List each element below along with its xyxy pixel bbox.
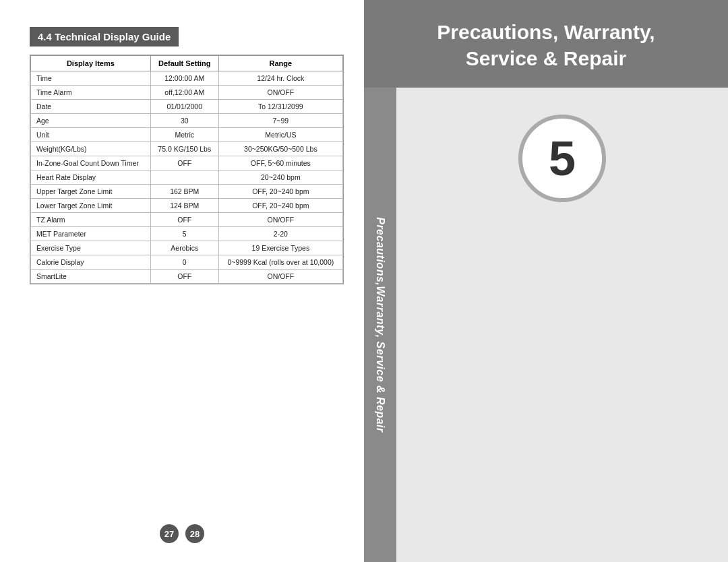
table-cell-10-0: TZ Alarm: [31, 213, 151, 227]
right-title-line1: Precautions, Warranty,: [437, 21, 655, 43]
table-cell-14-0: SmartLite: [31, 270, 151, 284]
table-cell-6-1: OFF: [150, 156, 218, 170]
table-cell-0-0: Time: [31, 71, 151, 86]
table-row: Exercise TypeAerobics19 Exercise Types: [31, 241, 343, 255]
page-numbers: 27 28: [160, 524, 204, 543]
table-cell-12-2: 19 Exercise Types: [218, 241, 342, 255]
chapter-circle: 5: [518, 115, 606, 202]
table-row: Lower Target Zone Limit124 BPMOFF, 20~24…: [31, 199, 343, 213]
col-header-display-items: Display Items: [31, 56, 151, 71]
table-row: Weight(KG/Lbs)75.0 KG/150 Lbs30~250KG/50…: [31, 142, 343, 156]
table-cell-8-0: Upper Target Zone Limit: [31, 185, 151, 199]
table-row: Time Alarmoff,12:00 AMON/OFF: [31, 86, 343, 100]
table-row: Upper Target Zone Limit162 BPMOFF, 20~24…: [31, 185, 343, 199]
table-cell-2-0: Date: [31, 100, 151, 114]
table-row: SmartLiteOFFON/OFF: [31, 270, 343, 284]
table-cell-0-2: 12/24 hr. Clock: [218, 71, 342, 86]
vertical-strip: Precautions,Warranty, Service & Repair: [364, 88, 396, 562]
right-title-line2: Service & Repair: [466, 47, 626, 69]
table-cell-3-2: 7~99: [218, 114, 342, 128]
table-cell-12-0: Exercise Type: [31, 241, 151, 255]
right-header: Precautions, Warranty, Service & Repair: [364, 0, 728, 88]
table-cell-1-2: ON/OFF: [218, 86, 342, 100]
table-cell-8-2: OFF, 20~240 bpm: [218, 185, 342, 199]
table-cell-5-0: Weight(KG/Lbs): [31, 142, 151, 156]
table-row: In-Zone-Goal Count Down TimerOFFOFF, 5~6…: [31, 156, 343, 170]
table-cell-3-1: 30: [150, 114, 218, 128]
page-num-27: 27: [160, 524, 179, 543]
table-cell-13-0: Calorie Display: [31, 255, 151, 270]
table-cell-7-0: Heart Rate Display: [31, 170, 151, 185]
table-cell-13-1: 0: [150, 255, 218, 270]
table-cell-8-1: 162 BPM: [150, 185, 218, 199]
table-cell-11-2: 2-20: [218, 227, 342, 241]
table-cell-6-0: In-Zone-Goal Count Down Timer: [31, 156, 151, 170]
table-cell-14-2: ON/OFF: [218, 270, 342, 284]
table-row: Time12:00:00 AM12/24 hr. Clock: [31, 71, 343, 86]
table-cell-9-1: 124 BPM: [150, 199, 218, 213]
col-header-range: Range: [218, 56, 342, 71]
table-row: Age307~99: [31, 114, 343, 128]
table-cell-7-2: 20~240 bpm: [218, 170, 342, 185]
table-row: UnitMetricMetric/US: [31, 128, 343, 142]
display-guide-table: Display Items Default Setting Range Time…: [30, 55, 344, 284]
table-row: Heart Rate Display20~240 bpm: [31, 170, 343, 185]
table-cell-3-0: Age: [31, 114, 151, 128]
table-cell-1-1: off,12:00 AM: [150, 86, 218, 100]
table-cell-1-0: Time Alarm: [31, 86, 151, 100]
table-cell-4-1: Metric: [150, 128, 218, 142]
col-header-default-setting: Default Setting: [150, 56, 218, 71]
table-cell-4-0: Unit: [31, 128, 151, 142]
table-row: TZ AlarmOFFON/OFF: [31, 213, 343, 227]
right-title: Precautions, Warranty, Service & Repair: [391, 19, 701, 71]
table-cell-6-2: OFF, 5~60 minutes: [218, 156, 342, 170]
table-cell-9-2: OFF, 20~240 bpm: [218, 199, 342, 213]
table-cell-5-2: 30~250KG/50~500 Lbs: [218, 142, 342, 156]
table-cell-12-1: Aerobics: [150, 241, 218, 255]
table-cell-7-1: [150, 170, 218, 185]
page-num-28: 28: [185, 524, 204, 543]
table-cell-10-2: ON/OFF: [218, 213, 342, 227]
table-cell-9-0: Lower Target Zone Limit: [31, 199, 151, 213]
table-row: MET Parameter52-20: [31, 227, 343, 241]
right-page: Precautions, Warranty, Service & Repair …: [364, 0, 728, 562]
table-row: Calorie Display00~9999 Kcal (rolls over …: [31, 255, 343, 270]
table-cell-2-2: To 12/31/2099: [218, 100, 342, 114]
table-cell-10-1: OFF: [150, 213, 218, 227]
table-cell-13-2: 0~9999 Kcal (rolls over at 10,000): [218, 255, 342, 270]
table-row: Date01/01/2000To 12/31/2099: [31, 100, 343, 114]
section-title: 4.4 Technical Display Guide: [30, 27, 179, 46]
left-page: 4.4 Technical Display Guide Display Item…: [0, 0, 364, 562]
right-content: Precautions,Warranty, Service & Repair 5: [364, 88, 728, 562]
table-cell-11-1: 5: [150, 227, 218, 241]
vertical-text: Precautions,Warranty, Service & Repair: [374, 217, 386, 433]
circle-area: 5: [396, 88, 728, 562]
table-cell-14-1: OFF: [150, 270, 218, 284]
table-cell-0-1: 12:00:00 AM: [150, 71, 218, 86]
table-cell-4-2: Metric/US: [218, 128, 342, 142]
table-cell-2-1: 01/01/2000: [150, 100, 218, 114]
table-cell-11-0: MET Parameter: [31, 227, 151, 241]
table-cell-5-1: 75.0 KG/150 Lbs: [150, 142, 218, 156]
